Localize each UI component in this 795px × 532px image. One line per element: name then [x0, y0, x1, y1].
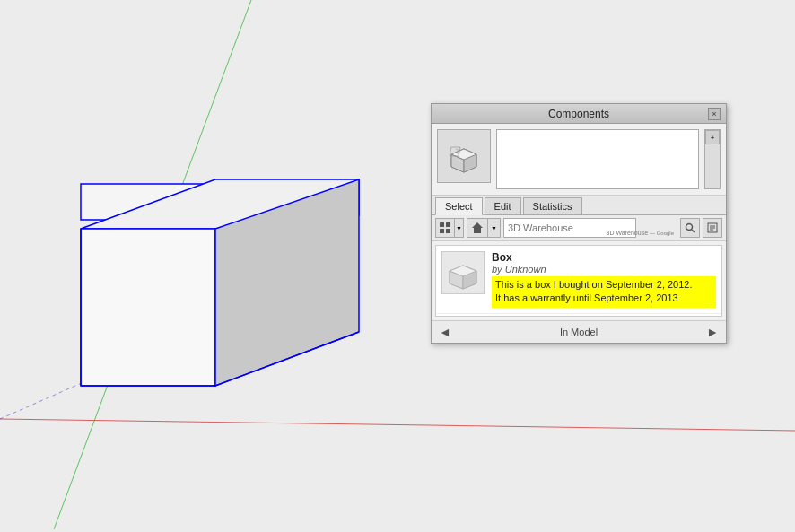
grid-view-icon[interactable] [436, 219, 454, 237]
svg-rect-17 [440, 222, 444, 227]
component-list: Box by Unknown This is a box I bought on… [435, 245, 722, 317]
nav-label: In Model [560, 327, 598, 337]
tab-edit[interactable]: Edit [485, 197, 521, 214]
view-mode-dropdown-arrow[interactable]: ▼ [454, 219, 463, 237]
nav-right-arrow[interactable]: ► [706, 325, 719, 339]
search-button[interactable] [680, 218, 700, 238]
preview-thumbnail [437, 129, 491, 183]
svg-marker-21 [472, 222, 483, 233]
search-wrapper: 3D Warehouse — Google [503, 218, 677, 238]
preview-scrollbar: + [704, 129, 721, 189]
panel-titlebar: Components × [432, 104, 726, 124]
svg-line-23 [692, 230, 695, 232]
tab-statistics[interactable]: Statistics [523, 197, 582, 214]
search-input[interactable] [503, 218, 636, 238]
tab-select[interactable]: Select [435, 197, 483, 215]
component-name: Box [492, 251, 716, 264]
preview-text-input[interactable] [496, 129, 699, 189]
tabs-bar: Select Edit Statistics [432, 196, 726, 215]
preview-input-area [496, 129, 699, 189]
home-dropdown-arrow[interactable]: ▼ [488, 218, 501, 238]
panel-title: Components [450, 108, 708, 120]
bottom-navigation: ◄ In Model ► [432, 320, 726, 343]
preview-area: + [432, 124, 726, 196]
svg-rect-19 [440, 229, 444, 233]
svg-line-15 [456, 149, 459, 151]
panel-close-button[interactable]: × [708, 108, 721, 120]
svg-rect-18 [446, 222, 450, 227]
scroll-up-button[interactable]: + [705, 130, 720, 144]
svg-line-0 [0, 419, 795, 431]
nav-left-arrow[interactable]: ◄ [439, 325, 451, 339]
view-mode-group[interactable]: ▼ [435, 218, 464, 238]
component-author: by Unknown [492, 264, 716, 275]
svg-rect-20 [446, 229, 450, 233]
home-group[interactable]: ▼ [467, 218, 501, 238]
component-description: This is a box I bought on September 2, 2… [492, 276, 716, 308]
details-button[interactable] [703, 218, 722, 238]
home-button[interactable] [467, 218, 488, 238]
component-item[interactable]: Box by Unknown This is a box I bought on… [436, 246, 721, 314]
component-thumbnail [441, 251, 485, 294]
components-panel: Components × + Select Edit S [431, 103, 727, 344]
toolbar-row: ▼ ▼ 3D Warehouse — Google [432, 215, 726, 241]
component-info: Box by Unknown This is a box I bought on… [492, 251, 716, 308]
svg-marker-5 [81, 229, 215, 386]
svg-point-22 [686, 224, 693, 231]
thumbnail-icon [444, 136, 484, 176]
